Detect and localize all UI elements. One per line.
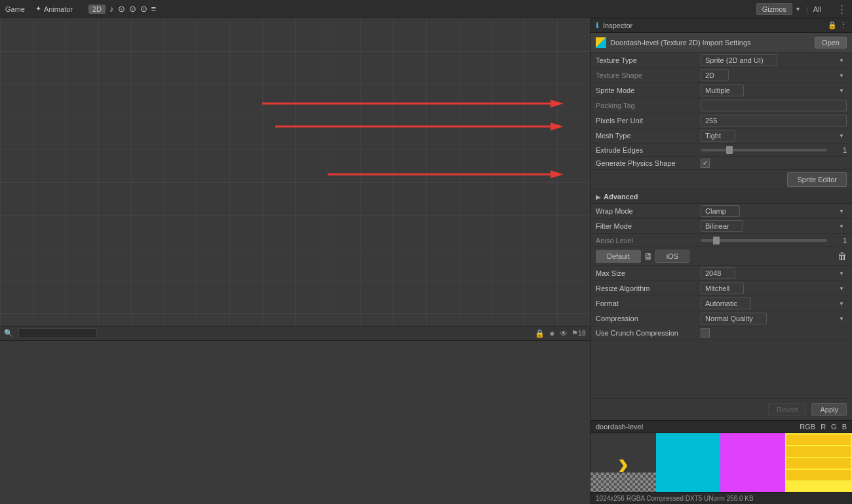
star-icon[interactable]: ★ <box>549 329 556 338</box>
ios-tab[interactable]: iOS <box>655 250 689 263</box>
sprite-editor-button[interactable]: Sprite Editor <box>787 172 847 187</box>
svg-marker-1 <box>551 100 564 107</box>
lock-inspector-icon[interactable]: 🔒 <box>828 21 837 29</box>
2d-toggle[interactable]: 2D <box>88 5 106 14</box>
arrow-sprite-editor <box>328 168 564 181</box>
generate-physics-label: Generate Physics Shape <box>596 159 701 167</box>
inspector-body: Texture Type Sprite (2D and UI) Texture … <box>591 53 852 398</box>
scene-bottom-right: 🔒 ★ 👁 ⚑18 <box>535 329 586 338</box>
max-size-select[interactable]: 2048 <box>701 267 735 279</box>
filter-mode-label: Filter Mode <box>596 222 701 230</box>
crunch-label: Use Crunch Compression <box>596 329 701 337</box>
b-channel[interactable]: B <box>842 423 847 431</box>
gizmos-area: Gizmos ▼ | All <box>756 3 821 15</box>
more-inspector-icon[interactable]: ⋮ <box>840 21 847 29</box>
generate-physics-value <box>701 159 847 168</box>
monitor-icon: 🖥 <box>644 251 653 262</box>
arrow-sprite-mode <box>262 97 564 110</box>
platform-tabs-row: Default 🖥 iOS 🗑 <box>591 247 852 266</box>
texture-shape-select[interactable]: 2D <box>701 69 729 81</box>
compression-select[interactable]: Normal Quality <box>701 313 767 324</box>
default-tab[interactable]: Default <box>596 250 641 263</box>
search-input[interactable] <box>18 328 97 338</box>
compression-select-wrapper: Normal Quality <box>701 313 847 324</box>
texture-type-select[interactable]: Sprite (2D and UI) <box>701 54 777 66</box>
preview-yellow-tiles <box>785 433 852 492</box>
game-tab-label: Game <box>5 5 25 13</box>
sprite-mode-select-wrapper: Multiple <box>701 85 847 96</box>
yellow-block-4 <box>786 470 851 480</box>
format-select[interactable]: Automatic <box>701 298 751 309</box>
delete-tab-icon[interactable]: 🗑 <box>838 251 847 262</box>
format-value: Automatic <box>701 298 847 309</box>
sprite-mode-select[interactable]: Multiple <box>701 85 744 96</box>
crunch-value <box>701 328 847 338</box>
packing-tag-input[interactable] <box>701 100 847 111</box>
filter-mode-select-wrapper: Bilinear <box>701 220 847 232</box>
pixels-per-unit-input[interactable] <box>701 115 847 126</box>
sprite-mode-row: Sprite Mode Multiple <box>591 83 852 98</box>
wrap-mode-row: Wrap Mode Clamp <box>591 204 852 219</box>
preview-sprite-image: › <box>591 433 656 492</box>
animator-tab-label: Animator <box>44 5 73 13</box>
preview-magenta-channel <box>720 433 784 492</box>
preview-cyan-channel <box>656 433 720 492</box>
yellow-block-3 <box>786 458 851 469</box>
resize-select[interactable]: Mitchell <box>701 282 744 294</box>
preview-channels: RGB R G B <box>800 423 847 431</box>
eye-icon[interactable]: 👁 <box>560 329 568 338</box>
all-label: All <box>813 5 821 13</box>
inspector-header-icons: 🔒 ⋮ <box>828 21 847 29</box>
lock-icon[interactable]: 🔒 <box>535 329 545 338</box>
wrap-mode-label: Wrap Mode <box>596 207 701 215</box>
scene-view[interactable] <box>0 18 590 326</box>
settings-icon2[interactable]: ⊙ <box>140 4 147 14</box>
settings-icon1[interactable]: ⊙ <box>129 4 136 14</box>
generate-physics-checkbox[interactable] <box>701 159 710 168</box>
extrude-edges-row: Extrude Edges 1 <box>591 144 852 157</box>
texture-type-select-wrapper: Sprite (2D and UI) <box>701 54 847 66</box>
r-channel[interactable]: R <box>821 423 826 431</box>
svg-marker-3 <box>551 123 564 130</box>
filter-mode-select[interactable]: Bilinear <box>701 220 743 232</box>
sprite-editor-row: Sprite Editor <box>591 170 852 190</box>
revert-button[interactable]: Revert <box>768 403 806 416</box>
more-icon[interactable]: ⋮ <box>837 3 847 15</box>
aniso-level-value: 1 <box>701 237 847 244</box>
gizmos-button[interactable]: Gizmos <box>756 3 792 15</box>
aniso-slider[interactable] <box>701 239 827 242</box>
rgb-channel[interactable]: RGB <box>800 423 815 431</box>
gizmos-dropdown-icon[interactable]: ▼ <box>795 6 801 12</box>
compression-value: Normal Quality <box>701 313 847 324</box>
asset-title: Doordash-level (Texture 2D) Import Setti… <box>610 39 815 47</box>
g-channel[interactable]: G <box>831 423 837 431</box>
extrude-edges-number: 1 <box>831 146 847 154</box>
advanced-section-header[interactable]: ▶ Advanced <box>591 190 852 204</box>
resize-label: Resize Algorithm <box>596 284 701 292</box>
main-area: 🔍 🔒 ★ 👁 ⚑18 ℹ Inspector 🔒 ⋮ <box>0 18 852 504</box>
open-button[interactable]: Open <box>815 37 847 48</box>
texture-shape-select-wrapper: 2D <box>701 69 847 81</box>
audio-icon[interactable]: ♪ <box>109 4 114 14</box>
animator-tab[interactable]: ✦ Animator <box>35 5 73 13</box>
wrap-mode-select[interactable]: Clamp <box>701 205 740 217</box>
layers-icon[interactable]: ≡ <box>151 4 157 14</box>
mesh-type-value: Tight <box>701 130 847 142</box>
apply-button[interactable]: Apply <box>811 403 847 416</box>
preview-area: doordash-level RGB R G B › <box>591 420 852 504</box>
pixels-per-unit-value <box>701 115 847 126</box>
texture-shape-value: 2D <box>701 69 847 81</box>
crunch-checkbox[interactable] <box>701 328 710 338</box>
stats-icon[interactable]: ⊙ <box>118 4 125 14</box>
packing-tag-value <box>701 100 847 111</box>
toolbar-icons: 2D ♪ ⊙ ⊙ ⊙ ≡ <box>88 4 156 14</box>
compression-row: Compression Normal Quality <box>591 311 852 326</box>
extrude-edges-slider[interactable] <box>701 149 827 151</box>
resize-select-wrapper: Mitchell <box>701 282 847 294</box>
format-label: Format <box>596 300 701 307</box>
advanced-arrow-icon: ▶ <box>596 193 601 201</box>
texture-type-value: Sprite (2D and UI) <box>701 54 847 66</box>
scene-bottom-toolbar: 🔍 🔒 ★ 👁 ⚑18 <box>0 326 590 340</box>
mesh-type-select[interactable]: Tight <box>701 130 735 142</box>
game-tab[interactable]: Game <box>5 5 25 13</box>
